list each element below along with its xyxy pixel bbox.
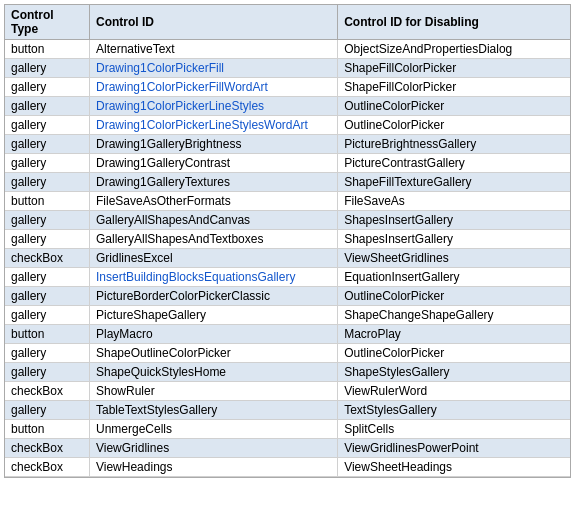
cell-disable-id: ViewGridlinesPowerPoint	[338, 439, 570, 458]
cell-type: gallery	[5, 230, 89, 249]
cell-disable-id: PictureContrastGallery	[338, 154, 570, 173]
data-table: Control Type Control ID Control ID for D…	[4, 4, 571, 478]
cell-disable-id: OutlineColorPicker	[338, 116, 570, 135]
cell-disable-id: TextStylesGallery	[338, 401, 570, 420]
cell-control-id: ShowRuler	[89, 382, 337, 401]
cell-control-id: PlayMacro	[89, 325, 337, 344]
cell-disable-id: MacroPlay	[338, 325, 570, 344]
cell-type: gallery	[5, 363, 89, 382]
cell-control-id: ViewGridlines	[89, 439, 337, 458]
cell-type: gallery	[5, 116, 89, 135]
cell-disable-id: OutlineColorPicker	[338, 97, 570, 116]
cell-control-id: ShapeOutlineColorPicker	[89, 344, 337, 363]
cell-control-id: GridlinesExcel	[89, 249, 337, 268]
cell-disable-id: ViewSheetHeadings	[338, 458, 570, 477]
cell-type: checkBox	[5, 458, 89, 477]
table-row: galleryGalleryAllShapesAndTextboxesShape…	[5, 230, 570, 249]
cell-type: gallery	[5, 268, 89, 287]
cell-type: checkBox	[5, 439, 89, 458]
cell-control-id: Drawing1ColorPickerLineStyles	[89, 97, 337, 116]
cell-control-id: AlternativeText	[89, 40, 337, 59]
cell-control-id: Drawing1ColorPickerFill	[89, 59, 337, 78]
cell-disable-id: SplitCells	[338, 420, 570, 439]
cell-type: gallery	[5, 135, 89, 154]
cell-disable-id: ViewSheetGridlines	[338, 249, 570, 268]
cell-control-id: ViewHeadings	[89, 458, 337, 477]
cell-control-id: GalleryAllShapesAndTextboxes	[89, 230, 337, 249]
cell-control-id: Drawing1GalleryTextures	[89, 173, 337, 192]
cell-control-id: ShapeQuickStylesHome	[89, 363, 337, 382]
table-row: galleryPictureBorderColorPickerClassicOu…	[5, 287, 570, 306]
cell-type: gallery	[5, 78, 89, 97]
table-row: buttonAlternativeTextObjectSizeAndProper…	[5, 40, 570, 59]
cell-control-id: TableTextStylesGallery	[89, 401, 337, 420]
cell-disable-id: OutlineColorPicker	[338, 287, 570, 306]
cell-type: gallery	[5, 97, 89, 116]
cell-disable-id: ShapeStylesGallery	[338, 363, 570, 382]
table-row: galleryPictureShapeGalleryShapeChangeSha…	[5, 306, 570, 325]
cell-type: checkBox	[5, 382, 89, 401]
cell-disable-id: PictureBrightnessGallery	[338, 135, 570, 154]
header-control-type: Control Type	[5, 5, 89, 40]
cell-disable-id: ShapeFillColorPicker	[338, 59, 570, 78]
cell-control-id: Drawing1ColorPickerFillWordArt	[89, 78, 337, 97]
cell-type: gallery	[5, 287, 89, 306]
cell-disable-id: ShapesInsertGallery	[338, 211, 570, 230]
cell-type: button	[5, 420, 89, 439]
cell-control-id: UnmergeCells	[89, 420, 337, 439]
table-row: galleryDrawing1ColorPickerLineStylesOutl…	[5, 97, 570, 116]
table-row: galleryDrawing1GalleryBrightnessPictureB…	[5, 135, 570, 154]
cell-disable-id: ShapeFillColorPicker	[338, 78, 570, 97]
table-row: buttonFileSaveAsOtherFormatsFileSaveAs	[5, 192, 570, 211]
table-row: galleryDrawing1GalleryTexturesShapeFillT…	[5, 173, 570, 192]
cell-type: button	[5, 192, 89, 211]
cell-disable-id: OutlineColorPicker	[338, 344, 570, 363]
cell-type: checkBox	[5, 249, 89, 268]
cell-type: gallery	[5, 154, 89, 173]
header-control-id: Control ID	[89, 5, 337, 40]
cell-control-id: PictureBorderColorPickerClassic	[89, 287, 337, 306]
cell-type: gallery	[5, 59, 89, 78]
table-row: galleryDrawing1ColorPickerLineStylesWord…	[5, 116, 570, 135]
cell-control-id: GalleryAllShapesAndCanvas	[89, 211, 337, 230]
table-row: checkBoxViewHeadingsViewSheetHeadings	[5, 458, 570, 477]
cell-control-id: Drawing1GalleryBrightness	[89, 135, 337, 154]
table-row: checkBoxGridlinesExcelViewSheetGridlines	[5, 249, 570, 268]
cell-control-id: InsertBuildingBlocksEquationsGallery	[89, 268, 337, 287]
cell-control-id: Drawing1GalleryContrast	[89, 154, 337, 173]
table-row: galleryGalleryAllShapesAndCanvasShapesIn…	[5, 211, 570, 230]
table-row: galleryShapeQuickStylesHomeShapeStylesGa…	[5, 363, 570, 382]
table-row: galleryDrawing1ColorPickerFillWordArtSha…	[5, 78, 570, 97]
cell-type: button	[5, 40, 89, 59]
table-row: galleryShapeOutlineColorPickerOutlineCol…	[5, 344, 570, 363]
table-row: buttonUnmergeCellsSplitCells	[5, 420, 570, 439]
table-row: checkBoxShowRulerViewRulerWord	[5, 382, 570, 401]
cell-type: gallery	[5, 211, 89, 230]
cell-disable-id: ObjectSizeAndPropertiesDialog	[338, 40, 570, 59]
cell-type: gallery	[5, 401, 89, 420]
header-control-id-disabling: Control ID for Disabling	[338, 5, 570, 40]
table-row: checkBoxViewGridlinesViewGridlinesPowerP…	[5, 439, 570, 458]
cell-type: button	[5, 325, 89, 344]
table-row: galleryInsertBuildingBlocksEquationsGall…	[5, 268, 570, 287]
cell-control-id: Drawing1ColorPickerLineStylesWordArt	[89, 116, 337, 135]
cell-type: gallery	[5, 173, 89, 192]
cell-control-id: FileSaveAsOtherFormats	[89, 192, 337, 211]
table-row: buttonPlayMacroMacroPlay	[5, 325, 570, 344]
cell-type: gallery	[5, 344, 89, 363]
table-row: galleryDrawing1ColorPickerFillShapeFillC…	[5, 59, 570, 78]
cell-disable-id: ShapesInsertGallery	[338, 230, 570, 249]
cell-disable-id: ShapeFillTextureGallery	[338, 173, 570, 192]
table-row: galleryTableTextStylesGalleryTextStylesG…	[5, 401, 570, 420]
cell-disable-id: FileSaveAs	[338, 192, 570, 211]
cell-disable-id: ViewRulerWord	[338, 382, 570, 401]
cell-disable-id: ShapeChangeShapeGallery	[338, 306, 570, 325]
cell-control-id: PictureShapeGallery	[89, 306, 337, 325]
cell-type: gallery	[5, 306, 89, 325]
table-row: galleryDrawing1GalleryContrastPictureCon…	[5, 154, 570, 173]
cell-disable-id: EquationInsertGallery	[338, 268, 570, 287]
